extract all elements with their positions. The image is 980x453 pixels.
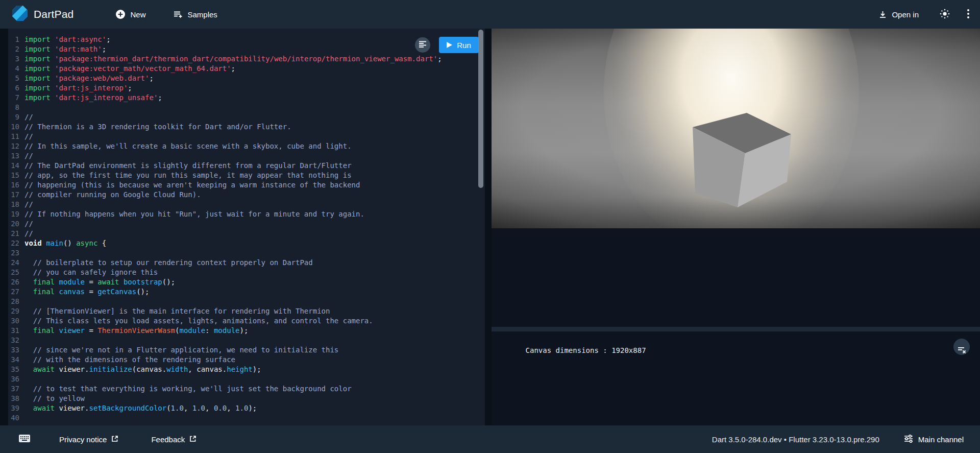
code-line: 23 [8, 248, 485, 258]
status-bar: Privacy notice Feedback Dart 3.5.0-284.0… [0, 425, 980, 453]
samples-button-label: Samples [187, 10, 217, 19]
code-line: 12// In this sample, we'll create a basi… [8, 141, 485, 151]
open-in-new-icon [111, 435, 118, 444]
code-line: 38 // to yellow [8, 394, 485, 403]
code-line: 17// compiler running on Google Cloud Ru… [8, 190, 485, 200]
code-line: 27 final canvas = getCanvas(); [8, 287, 485, 297]
code-line: 26 final module = await bootstrap(); [8, 277, 485, 287]
code-lines[interactable]: 1import 'dart:async';2import 'dart:math'… [8, 35, 485, 423]
brand: DartPad [11, 5, 74, 24]
playlist-add-icon [173, 10, 183, 19]
code-line: 7import 'dart:js_interop_unsafe'; [8, 93, 485, 103]
tune-icon [904, 435, 913, 444]
open-in-button[interactable]: Open in [876, 7, 921, 22]
channel-selector[interactable]: Main channel [901, 434, 967, 445]
console-text: Canvas dimensions : 980x453 [526, 346, 646, 354]
code-line: 9// [8, 112, 485, 122]
feedback-label: Feedback [151, 435, 185, 444]
code-line: 39 await viewer.setBackgroundColor(1.0, … [8, 403, 485, 413]
channel-label: Main channel [918, 435, 964, 444]
dartpad-logo-icon [11, 5, 29, 24]
new-button-label: New [130, 10, 145, 19]
sdk-version-text: Dart 3.5.0-284.0.dev • Flutter 3.23.0-13… [712, 435, 879, 444]
code-line: 33 // since we're not in a Flutter appli… [8, 345, 485, 355]
code-line: 14// The DartPad environment is slightly… [8, 161, 485, 171]
app-title: DartPad [34, 8, 74, 20]
code-line: 22void main() async { [8, 239, 485, 248]
code-line: 5import 'package:web/web.dart'; [8, 74, 485, 83]
render-canvas[interactable] [492, 29, 980, 228]
open-in-new-icon [189, 435, 197, 444]
main-area: 1import 'dart:async';2import 'dart:math'… [0, 29, 980, 425]
code-line: 25 // you can safely ignore this [8, 268, 485, 277]
keyboard-shortcuts-button[interactable] [15, 434, 34, 445]
code-line: 16// happening (this is because we aren'… [8, 180, 485, 190]
code-line: 2import 'dart:math'; [8, 44, 485, 54]
console-output: Canvas dimensions : 980x453 [492, 331, 980, 425]
run-button-label: Run [457, 41, 471, 50]
code-line: 6import 'dart:js_interop'; [8, 83, 485, 93]
code-line: 15// app, so the first time you run this… [8, 171, 485, 180]
code-line: 37 // to test that everything is working… [8, 384, 485, 394]
format-align-icon [419, 41, 427, 50]
code-line: 24 // boilerplate to setup our rendering… [8, 258, 485, 268]
code-line: 30 // This class lets you load assets, l… [8, 316, 485, 326]
panel-spacer [492, 228, 980, 327]
code-line: 29 // [ThermionViewer] is the main inter… [8, 306, 485, 316]
code-line: 13// [8, 151, 485, 161]
code-editor[interactable]: 1import 'dart:async';2import 'dart:math'… [8, 29, 485, 425]
code-line: 4import 'package:vector_math/vector_math… [8, 64, 485, 74]
format-button[interactable] [415, 37, 430, 53]
code-line: 28 [8, 297, 485, 306]
code-line: 11// [8, 132, 485, 141]
samples-button[interactable]: Samples [171, 7, 219, 22]
code-line: 19// If nothing happens when you hit "Ru… [8, 209, 485, 219]
run-button[interactable]: Run [439, 37, 479, 53]
feedback-link[interactable]: Feedback [148, 435, 200, 444]
clear-console-button[interactable] [953, 339, 970, 355]
play-icon [447, 41, 452, 50]
open-in-label: Open in [892, 10, 919, 19]
panel-divider[interactable] [492, 327, 980, 331]
editor-scrollbar-thumb[interactable] [478, 30, 483, 188]
code-line: 31 final viewer = ThermionViewerWasm(mod… [8, 326, 485, 336]
code-line: 35 await viewer.initialize(canvas.width,… [8, 365, 485, 374]
privacy-notice-label: Privacy notice [59, 435, 107, 444]
app-header: DartPad New Samples Op [0, 0, 980, 29]
code-line: 18// [8, 200, 485, 209]
plus-circle-icon [115, 9, 126, 19]
privacy-notice-link[interactable]: Privacy notice [56, 435, 121, 444]
output-panel: Canvas dimensions : 980x453 [492, 29, 980, 425]
code-line: 3import 'package:thermion_dart/thermion_… [8, 54, 485, 64]
code-line: 34 // with the dimensions of the renderi… [8, 355, 485, 365]
code-line: 40 [8, 413, 485, 423]
brightness-icon [939, 8, 950, 21]
download-icon [878, 10, 887, 19]
kebab-menu-icon [967, 9, 970, 20]
theme-toggle-button[interactable] [936, 5, 953, 24]
new-button[interactable]: New [113, 6, 148, 22]
clear-messages-icon [957, 331, 967, 363]
code-line: 8 [8, 103, 485, 112]
code-line: 1import 'dart:async'; [8, 35, 485, 44]
code-line: 32 [8, 336, 485, 345]
code-line: 21// [8, 229, 485, 239]
code-line: 10// Thermion is a 3D rendering toolkit … [8, 122, 485, 132]
keyboard-icon [18, 434, 31, 444]
overflow-menu-button[interactable] [964, 6, 973, 23]
code-line: 36 [8, 374, 485, 384]
code-line: 20// [8, 219, 485, 229]
